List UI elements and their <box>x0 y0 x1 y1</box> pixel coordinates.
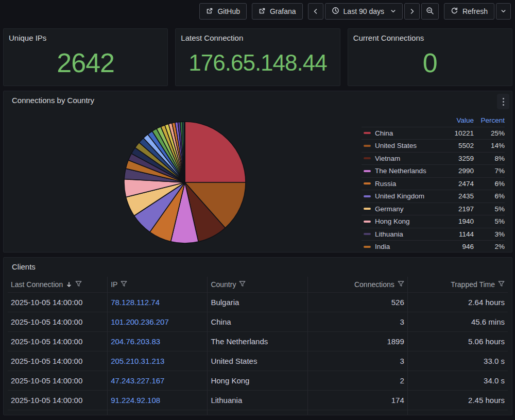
grafana-button-label: Grafana <box>270 7 296 15</box>
legend-row[interactable]: Germany 2197 5% <box>362 203 505 215</box>
legend-row[interactable]: United Kingdom 2435 6% <box>362 190 505 203</box>
legend-value: 2990 <box>438 167 474 175</box>
time-shift-back-button[interactable] <box>308 3 323 20</box>
legend-swatch <box>364 170 371 172</box>
panel-menu-kebab-icon[interactable] <box>497 94 509 109</box>
table-row: 2025-10-05 14:00:0091.224.92.108Lithuani… <box>8 391 508 410</box>
external-links-group: GitHub Grafana <box>199 3 302 20</box>
grafana-button[interactable]: Grafana <box>252 3 303 20</box>
legend-label: China <box>375 129 438 137</box>
cell-last-connection: 2025-10-05 14:00:00 <box>8 351 108 371</box>
legend-swatch <box>364 157 371 159</box>
legend-swatch <box>364 246 371 248</box>
table-row: 2025-10-05 14:00:00205.210.31.213United … <box>8 351 508 371</box>
cell-country: United States <box>208 351 307 371</box>
panel-title: Unique IPs <box>4 29 167 43</box>
external-link-icon <box>259 7 266 16</box>
legend-value: 1940 <box>438 217 474 225</box>
refresh-button-label: Refresh <box>462 7 488 15</box>
legend-row[interactable]: Russia 2474 6% <box>362 177 505 190</box>
legend-swatch <box>364 233 371 235</box>
legend-swatch <box>364 221 371 223</box>
cell-trapped-time: 2.45 hours <box>408 391 508 410</box>
legend-value: 946 <box>438 243 474 250</box>
cell-connections: 3 <box>308 351 408 371</box>
legend-percent: 14% <box>474 142 505 149</box>
legend-row[interactable]: Vietnam 3259 8% <box>362 152 505 165</box>
stat-panels-row: Unique IPs 2642 Latest Connection 176.65… <box>3 28 512 86</box>
column-header-label: IP <box>111 280 117 289</box>
legend-swatch <box>364 145 371 147</box>
cell-country: China <box>208 312 307 331</box>
github-button[interactable]: GitHub <box>199 3 247 20</box>
legend-row[interactable]: The Netherlands 2990 7% <box>362 164 505 177</box>
time-range-picker[interactable]: Last 90 days <box>325 3 403 20</box>
clients-table-body: 2025-10-05 14:00:0078.128.112.74Bulgaria… <box>8 293 508 415</box>
legend-percent: 3% <box>474 230 505 238</box>
legend-percent: 25% <box>474 129 505 137</box>
legend-row[interactable]: United States 5502 14% <box>362 139 505 152</box>
cell-empty <box>8 410 108 415</box>
cell-connections: 3 <box>308 312 408 331</box>
stat-value: 176.65.148.44 <box>176 43 339 86</box>
legend-value: 3259 <box>438 155 474 162</box>
table-row-partial <box>8 410 508 415</box>
cell-country: The Netherlands <box>208 332 307 351</box>
time-picker-group: Last 90 days <box>308 3 439 20</box>
time-range-label: Last 90 days <box>344 7 384 15</box>
cell-trapped-time: 5.06 hours <box>408 332 508 351</box>
legend-row[interactable]: India 946 2% <box>362 240 505 253</box>
filter-icon[interactable] <box>498 280 505 289</box>
legend-header-row: Value Percent <box>362 114 505 127</box>
chevron-down-icon <box>390 7 396 15</box>
legend-percent: 6% <box>474 192 505 200</box>
cell-ip[interactable]: 205.210.31.213 <box>108 351 208 371</box>
legend-percent: 5% <box>474 205 505 213</box>
filter-icon[interactable] <box>239 280 246 289</box>
cell-country: Hong Kong <box>208 371 307 390</box>
cell-trapped-time: 34.0 s <box>408 371 508 390</box>
legend-header-percent[interactable]: Percent <box>474 116 505 124</box>
refresh-group: Refresh <box>444 3 511 20</box>
pie-slice-china[interactable] <box>185 122 246 182</box>
panel-unique-ips: Unique IPs 2642 <box>3 28 168 86</box>
pie-chart-container <box>123 120 247 245</box>
time-shift-forward-button[interactable] <box>404 3 420 20</box>
zoom-out-time-button[interactable] <box>421 3 439 20</box>
cell-ip[interactable]: 91.224.92.108 <box>108 391 208 410</box>
cell-connections: 174 <box>308 391 408 410</box>
column-header-last-connection[interactable]: Last Connection <box>8 277 108 292</box>
legend-label: Russia <box>375 180 438 188</box>
cell-last-connection: 2025-10-05 14:00:00 <box>8 391 108 410</box>
panel-title: Connections by Country <box>4 91 512 106</box>
filter-icon[interactable] <box>75 280 82 289</box>
legend-row[interactable]: Hong Kong 1940 5% <box>362 215 505 228</box>
github-button-label: GitHub <box>217 7 240 15</box>
refresh-button[interactable]: Refresh <box>444 3 494 20</box>
cell-ip[interactable]: 78.128.112.74 <box>108 293 208 312</box>
filter-icon[interactable] <box>121 280 127 289</box>
panel-title: Current Connections <box>348 29 512 43</box>
legend-label: The Netherlands <box>375 167 438 175</box>
legend-swatch <box>364 182 371 184</box>
clients-table-header: Last Connection IP Country Connections <box>8 277 508 293</box>
column-header-connections[interactable]: Connections <box>308 277 408 292</box>
refresh-interval-dropdown[interactable] <box>496 3 511 20</box>
stat-value: 0 <box>348 43 512 86</box>
legend-row[interactable]: China 10221 25% <box>362 127 505 140</box>
cell-trapped-time: 45.6 mins <box>408 312 508 331</box>
cell-country: Bulgaria <box>208 293 307 312</box>
cell-ip[interactable]: 101.200.236.207 <box>108 312 208 331</box>
table-row: 2025-10-05 14:00:0078.128.112.74Bulgaria… <box>8 293 508 312</box>
legend-header-value[interactable]: Value <box>438 116 474 124</box>
sort-desc-icon <box>66 281 72 288</box>
column-header-country[interactable]: Country <box>208 277 307 292</box>
cell-ip[interactable]: 204.76.203.83 <box>108 332 208 351</box>
cell-ip[interactable]: 47.243.227.167 <box>108 371 208 390</box>
column-header-ip[interactable]: IP <box>108 277 208 292</box>
legend-swatch <box>364 195 371 197</box>
legend-row[interactable]: Lithuania 1144 3% <box>362 228 505 241</box>
filter-icon[interactable] <box>398 280 404 289</box>
column-header-trapped-time[interactable]: Trapped Time <box>408 277 508 292</box>
legend-value: 1144 <box>438 230 474 238</box>
